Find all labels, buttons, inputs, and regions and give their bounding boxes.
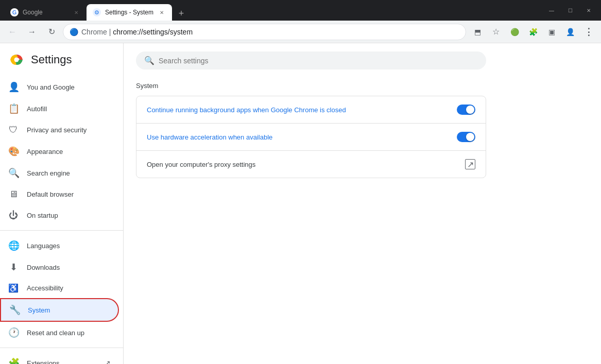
profile-button[interactable]: 👤 (562, 24, 578, 40)
svg-point-7 (14, 58, 19, 62)
tab-google-close[interactable]: ✕ (72, 8, 80, 16)
svg-text:⚙: ⚙ (94, 9, 99, 15)
new-tab-button[interactable]: + (174, 6, 188, 21)
address-bar[interactable]: 🔵 Chrome | chrome://settings/system (63, 24, 466, 40)
search-bar-icon: 🔍 (144, 56, 154, 65)
title-bar: G Google ✕ ⚙ Settings - System ✕ + — ☐ ✕ (0, 0, 601, 21)
sidebar-label-autofill: Autofill (27, 105, 111, 113)
toggle-thumb (466, 106, 474, 114)
main-panel: 🔍 System Continue running background app… (124, 43, 601, 364)
toolbar-actions: ⬒ ☆ 🟢 🧩 ▣ 👤 ⋮ (469, 24, 597, 40)
sidebar-item-system[interactable]: 🔧 System (0, 298, 119, 322)
address-prefix: Chrome | (81, 28, 113, 36)
hardware-accel-label[interactable]: Use hardware acceleration when available (147, 133, 457, 141)
sidebar-label-appearance: Appearance (27, 148, 111, 155)
toolbar: ← → ↻ 🔵 Chrome | chrome://settings/syste… (0, 21, 601, 43)
sidebar-item-you-and-google[interactable]: 👤 You and Google (0, 76, 119, 98)
sidebar-label-startup: On startup (27, 212, 111, 219)
sidebar-item-appearance[interactable]: 🎨 Appearance (0, 141, 119, 162)
background-apps-label[interactable]: Continue running background apps when Go… (147, 106, 457, 114)
google-favicon: G (10, 8, 19, 16)
back-button[interactable]: ← (4, 24, 21, 40)
sidebar-divider-1 (0, 230, 123, 231)
bookmark-button[interactable]: ☆ (488, 24, 504, 40)
wrench-icon: 🔧 (9, 304, 20, 316)
sidebar-divider-2 (0, 348, 123, 348)
person-icon: 👤 (8, 81, 19, 93)
tab-settings-close[interactable]: ✕ (158, 8, 166, 16)
sidebar-button[interactable]: ▣ (543, 24, 560, 40)
proxy-settings-label: Open your computer's proxy settings (147, 161, 465, 168)
sidebar-label-search: Search engine (27, 169, 111, 177)
tab-settings-title: Settings - System (105, 9, 153, 16)
toggle-background-apps[interactable] (457, 105, 475, 115)
sidebar-label-languages: Languages (27, 242, 111, 250)
hardware-accel-toggle[interactable] (457, 132, 475, 142)
background-apps-row: Continue running background apps when Go… (136, 96, 486, 124)
settings-page-title: Settings (31, 53, 72, 66)
proxy-settings-action[interactable]: ↗ (465, 159, 475, 169)
sidebar-item-reset[interactable]: 🕐 Reset and clean up (0, 322, 119, 343)
address-path: /system (168, 28, 193, 36)
reload-button[interactable]: ↻ (43, 24, 60, 40)
download-icon: ⬇ (8, 262, 19, 273)
minimize-button[interactable]: — (543, 4, 560, 16)
sidebar-item-search-engine[interactable]: 🔍 Search engine (0, 162, 119, 184)
sidebar-label-system: System (28, 306, 110, 314)
address-url: chrome:// (113, 28, 143, 36)
search-bar[interactable]: 🔍 (136, 51, 486, 70)
toggle-track-2 (457, 132, 475, 142)
window-controls: — ☐ ✕ (543, 4, 597, 21)
proxy-settings-row: Open your computer's proxy settings ↗ (136, 151, 486, 178)
content-area: Settings 👤 You and Google 📋 Autofill 🛡 P… (0, 43, 601, 364)
sidebar-label-accessibility: Accessibility (27, 284, 111, 292)
sidebar-item-accessibility[interactable]: ♿ Accessibility (0, 278, 119, 298)
reset-icon: 🕐 (8, 327, 19, 338)
sidebar-label-you-google: You and Google (27, 83, 111, 91)
sidebar-item-downloads[interactable]: ⬇ Downloads (0, 256, 119, 278)
address-text: Chrome | chrome://settings/system (81, 28, 459, 36)
hardware-accel-row: Use hardware acceleration when available (136, 124, 486, 151)
background-apps-toggle[interactable] (457, 105, 475, 115)
tab-google[interactable]: G Google ✕ (4, 4, 87, 21)
autofill-icon: 📋 (8, 103, 19, 114)
sidebar-item-privacy-security[interactable]: 🛡 Privacy and security (0, 119, 119, 141)
sidebar-item-on-startup[interactable]: ⏻ On startup (0, 205, 119, 226)
toggle-thumb-2 (466, 133, 474, 141)
browser-icon: 🖥 (8, 189, 19, 200)
extensions-external-icon: ↗ (105, 359, 111, 364)
forward-button[interactable]: → (24, 24, 40, 40)
extension-google[interactable]: 🟢 (506, 24, 523, 40)
settings-favicon: ⚙ (93, 8, 101, 16)
sidebar-item-languages[interactable]: 🌐 Languages (0, 235, 119, 256)
sidebar-label-downloads: Downloads (27, 264, 111, 271)
sidebar-item-default-browser[interactable]: 🖥 Default browser (0, 184, 119, 205)
cast-button[interactable]: ⬒ (469, 24, 486, 40)
search-input[interactable] (159, 57, 478, 65)
tab-settings[interactable]: ⚙ Settings - System ✕ (87, 4, 172, 21)
shield-icon: 🛡 (8, 125, 19, 135)
sidebar-label-default-browser: Default browser (27, 190, 111, 198)
svg-text:G: G (12, 9, 17, 15)
settings-card: Continue running background apps when Go… (136, 96, 486, 178)
maximize-button[interactable]: ☐ (562, 4, 578, 16)
settings-header: Settings (0, 47, 123, 76)
tab-google-title: Google (23, 9, 68, 16)
sidebar-item-extensions[interactable]: 🧩 Extensions ↗ (0, 352, 119, 364)
section-title: System (136, 82, 589, 90)
close-button[interactable]: ✕ (580, 4, 597, 16)
accessibility-icon: ♿ (8, 283, 19, 293)
sidebar: Settings 👤 You and Google 📋 Autofill 🛡 P… (0, 43, 124, 364)
toggle-hardware-accel[interactable] (457, 132, 475, 142)
sidebar-item-autofill[interactable]: 📋 Autofill (0, 98, 119, 119)
browser-frame: G Google ✕ ⚙ Settings - System ✕ + — ☐ ✕ (0, 0, 601, 364)
sidebar-label-privacy: Privacy and security (27, 126, 111, 134)
language-icon: 🌐 (8, 240, 19, 251)
proxy-external-link-icon[interactable]: ↗ (465, 159, 475, 169)
chrome-logo (8, 51, 25, 68)
palette-icon: 🎨 (8, 146, 19, 157)
extensions-button[interactable]: 🧩 (525, 24, 541, 40)
sidebar-label-extensions: Extensions (27, 359, 96, 365)
menu-button[interactable]: ⋮ (580, 24, 597, 40)
power-icon: ⏻ (8, 210, 19, 221)
